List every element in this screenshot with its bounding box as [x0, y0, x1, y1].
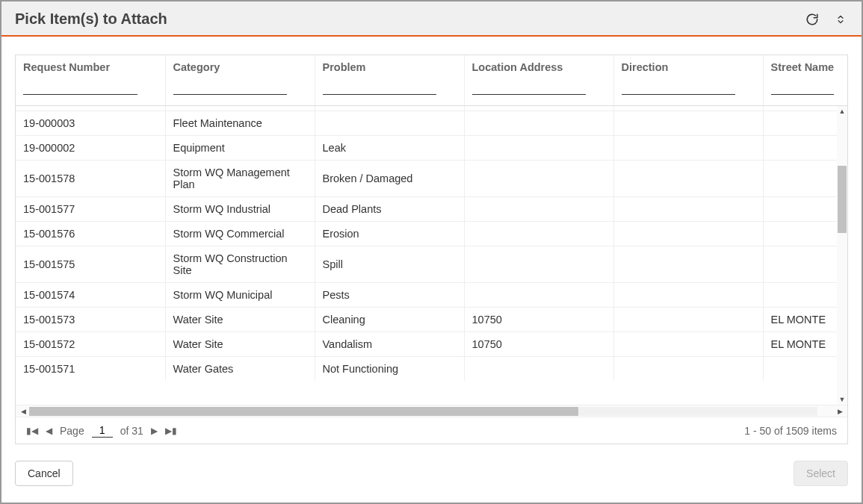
- cell-location: 10750: [464, 307, 613, 332]
- cell-request: 15-001576: [16, 221, 165, 246]
- cell-request: 15-001574: [16, 282, 165, 307]
- next-page-icon[interactable]: ▶: [151, 426, 158, 436]
- dialog-title: Pick Item(s) to Attach: [15, 10, 167, 28]
- page-of-label: of 31: [120, 425, 143, 437]
- table-row[interactable]: 15-001577Storm WQ IndustrialDead Plants: [16, 196, 847, 221]
- filter-problem[interactable]: [323, 79, 436, 95]
- cell-category: Storm WQ Construction Site: [165, 246, 315, 282]
- cell-location: [464, 282, 613, 307]
- grid-header: Request Number Category Problem Location…: [16, 55, 848, 106]
- table-row[interactable]: 15-001574Storm WQ MunicipalPests: [16, 282, 847, 307]
- horizontal-scroll-thumb[interactable]: [29, 407, 578, 416]
- cell-request: 15-001571: [16, 356, 165, 381]
- last-page-icon[interactable]: ▶▮: [165, 426, 177, 436]
- cell-category: Water Site: [165, 332, 315, 356]
- col-location-address[interactable]: Location Address: [464, 55, 613, 75]
- cell-request: 15-001577: [16, 196, 165, 221]
- cell-street: [763, 356, 847, 381]
- filter-request-number[interactable]: [23, 79, 137, 95]
- cell-request: 19-000003: [16, 111, 165, 135]
- filter-street-name[interactable]: [771, 79, 834, 95]
- scroll-down-icon[interactable]: ▼: [837, 394, 847, 405]
- table-row[interactable]: 19-000003Fleet Maintenance: [16, 111, 847, 135]
- cell-location: [464, 221, 613, 246]
- cell-direction: [613, 221, 763, 246]
- cell-request: 19-000002: [16, 135, 165, 160]
- table-row[interactable]: 15-001571Water GatesNot Functioning: [16, 356, 847, 381]
- filter-category[interactable]: [173, 79, 287, 95]
- cell-request: 15-001578: [16, 160, 165, 196]
- cell-problem: Dead Plants: [315, 196, 464, 221]
- cell-problem: Vandalism: [315, 332, 464, 356]
- cell-category: Storm WQ Municipal: [165, 282, 315, 307]
- page-input[interactable]: [92, 423, 113, 438]
- col-problem[interactable]: Problem: [315, 55, 464, 75]
- cell-category: Equipment: [165, 135, 315, 160]
- filter-location-address[interactable]: [472, 79, 586, 95]
- cell-problem: Leak: [315, 135, 464, 160]
- cell-direction: [613, 332, 763, 356]
- cell-street: [763, 282, 847, 307]
- col-direction[interactable]: Direction: [613, 55, 763, 75]
- table-row[interactable]: 15-001572Water SiteVandalism10750EL MONT…: [16, 332, 847, 356]
- cell-problem: [315, 111, 464, 135]
- cell-location: [464, 135, 613, 160]
- col-category[interactable]: Category: [165, 55, 315, 75]
- cell-direction: [613, 307, 763, 332]
- cell-direction: [613, 111, 763, 135]
- cell-direction: [613, 246, 763, 282]
- cell-category: Storm WQ Management Plan: [165, 160, 315, 196]
- col-street-name[interactable]: Street Name: [763, 55, 848, 75]
- filter-direction[interactable]: [622, 79, 735, 95]
- cancel-button[interactable]: Cancel: [15, 461, 73, 486]
- cell-problem: Not Functioning: [315, 356, 464, 381]
- table-row[interactable]: 19-000002EquipmentLeak: [16, 135, 847, 160]
- expand-collapse-icon[interactable]: [833, 12, 848, 27]
- cell-location: 10750: [464, 332, 613, 356]
- table-row[interactable]: 15-001575Storm WQ Construction SiteSpill: [16, 246, 847, 282]
- table-row[interactable]: 15-001576Storm WQ CommercialErosion: [16, 221, 847, 246]
- dialog-header: Pick Item(s) to Attach: [1, 1, 862, 37]
- prev-page-icon[interactable]: ◀: [46, 426, 52, 436]
- cell-street: EL MONTE: [763, 307, 847, 332]
- dialog-body: Request Number Category Problem Location…: [1, 37, 862, 450]
- cell-problem: Pests: [315, 282, 464, 307]
- scroll-left-icon[interactable]: ◀: [17, 405, 29, 417]
- filter-row: [16, 75, 848, 106]
- pager-summary: 1 - 50 of 1509 items: [744, 425, 837, 437]
- vertical-scroll-thumb[interactable]: [838, 166, 847, 233]
- pager: ▮◀ ◀ Page of 31 ▶ ▶▮ 1 - 50 of 1509 item…: [16, 417, 847, 444]
- refresh-icon[interactable]: [805, 12, 820, 27]
- cell-street: [763, 246, 847, 282]
- cell-category: Water Site: [165, 307, 315, 332]
- cell-street: [763, 196, 847, 221]
- cell-direction: [613, 196, 763, 221]
- cell-problem: Cleaning: [315, 307, 464, 332]
- grid-body-scroll[interactable]: 19-000003Fleet Maintenance19-000002Equip…: [16, 106, 847, 405]
- cell-direction: [613, 356, 763, 381]
- cell-location: [464, 246, 613, 282]
- cell-location: [464, 356, 613, 381]
- scroll-right-icon[interactable]: ▶: [834, 405, 846, 417]
- vertical-scrollbar[interactable]: ▲ ▼: [837, 106, 847, 405]
- grid-body: 19-000003Fleet Maintenance19-000002Equip…: [16, 106, 847, 381]
- col-request-number[interactable]: Request Number: [16, 55, 165, 75]
- horizontal-scrollbar[interactable]: ◀ ▶: [16, 405, 847, 417]
- table-row[interactable]: 15-001573Water SiteCleaning10750EL MONTE: [16, 307, 847, 332]
- cell-category: Water Gates: [165, 356, 315, 381]
- grid: Request Number Category Problem Location…: [15, 55, 848, 444]
- cell-street: EL MONTE: [763, 332, 847, 356]
- select-button[interactable]: Select: [794, 461, 848, 486]
- dialog-footer: Cancel Select: [1, 450, 862, 503]
- cell-direction: [613, 160, 763, 196]
- cell-direction: [613, 135, 763, 160]
- cell-request: 15-001573: [16, 307, 165, 332]
- table-row[interactable]: 15-001578Storm WQ Management PlanBroken …: [16, 160, 847, 196]
- cell-category: Fleet Maintenance: [165, 111, 315, 135]
- cell-street: [763, 160, 847, 196]
- cell-street: [763, 221, 847, 246]
- cell-location: [464, 111, 613, 135]
- scroll-up-icon[interactable]: ▲: [837, 106, 847, 116]
- cell-category: Storm WQ Industrial: [165, 196, 315, 221]
- first-page-icon[interactable]: ▮◀: [26, 426, 38, 436]
